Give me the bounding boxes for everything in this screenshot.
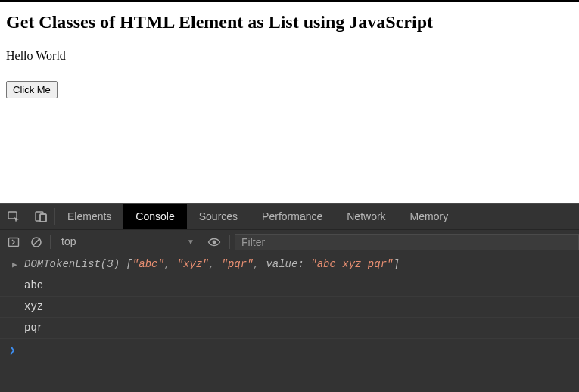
console-row: abc — [0, 275, 579, 297]
prompt-caret-icon: ❯ — [9, 344, 15, 356]
clear-console-icon[interactable] — [27, 233, 45, 251]
page-content: Get Classes of HTML Element as List usin… — [0, 0, 579, 203]
tab-console[interactable]: Console — [123, 204, 186, 229]
separator — [229, 235, 230, 249]
svg-point-7 — [213, 240, 216, 244]
token-str: "xyz" — [177, 258, 209, 270]
separator — [50, 235, 51, 249]
tab-elements[interactable]: Elements — [55, 204, 123, 229]
page-text: Hello World — [6, 49, 573, 63]
token-str: "abc" — [132, 258, 164, 270]
tab-sources[interactable]: Sources — [187, 204, 250, 229]
chevron-down-icon: ▼ — [187, 238, 195, 246]
context-selector[interactable]: top ▼ — [55, 234, 199, 250]
console-sidebar-toggle-icon[interactable] — [5, 233, 23, 251]
token-str: "abc xyz pqr" — [310, 258, 393, 270]
tab-performance[interactable]: Performance — [250, 204, 335, 229]
svg-rect-4 — [9, 238, 19, 246]
token-key: value: — [266, 258, 304, 270]
console-row: pqr — [0, 318, 579, 339]
inspect-element-icon[interactable] — [0, 204, 27, 229]
object-type: DOMTokenList — [24, 258, 101, 270]
click-me-button[interactable]: Click Me — [6, 81, 58, 98]
expand-icon[interactable]: ▶ — [12, 260, 17, 269]
tab-network[interactable]: Network — [335, 204, 397, 229]
console-toolbar: top ▼ Filter — [0, 230, 579, 254]
object-count: (3) — [101, 258, 120, 270]
svg-line-6 — [33, 238, 39, 244]
console-row: xyz — [0, 297, 579, 318]
devtools-panel: Elements Console Sources Performance Net… — [0, 203, 579, 392]
filter-placeholder: Filter — [241, 236, 265, 248]
text-cursor — [23, 344, 23, 356]
filter-input[interactable]: Filter — [235, 234, 579, 250]
devtools-tabbar: Elements Console Sources Performance Net… — [0, 203, 579, 230]
bracket: [ — [126, 258, 132, 270]
token-str: "pqr" — [222, 258, 254, 270]
console-prompt[interactable]: ❯ — [0, 339, 579, 361]
svg-rect-2 — [40, 214, 46, 222]
tab-memory[interactable]: Memory — [398, 204, 461, 229]
context-selector-label: top — [61, 235, 76, 247]
console-output: ▶ DOMTokenList(3) ["abc", "xyz", "pqr", … — [0, 254, 579, 392]
device-toggle-icon[interactable] — [27, 204, 54, 229]
page-heading: Get Classes of HTML Element as List usin… — [6, 12, 573, 33]
svg-rect-0 — [8, 212, 17, 219]
live-expression-icon[interactable] — [205, 233, 223, 251]
console-row-object[interactable]: ▶ DOMTokenList(3) ["abc", "xyz", "pqr", … — [0, 254, 579, 275]
